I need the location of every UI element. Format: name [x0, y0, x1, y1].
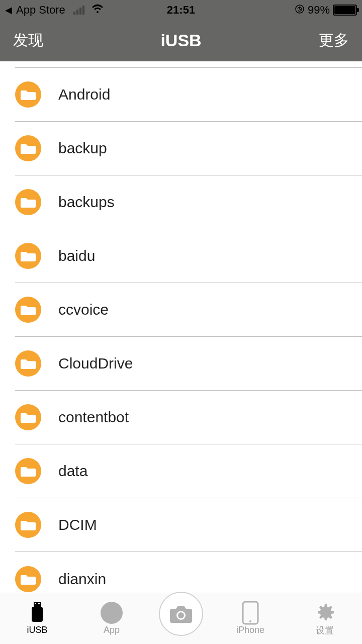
gear-icon	[314, 601, 336, 623]
svg-rect-3	[38, 603, 40, 604]
folder-row[interactable]: dianxin	[15, 552, 362, 593]
tab-app-label: App	[104, 625, 120, 635]
nav-title: iUSB	[160, 31, 201, 50]
folder-name: ccvoice	[58, 301, 109, 318]
svg-rect-4	[32, 607, 43, 622]
tab-iphone[interactable]: iPhone	[220, 602, 281, 635]
folder-row[interactable]: CloudDrive	[15, 337, 362, 391]
wifi-icon	[92, 3, 104, 17]
tab-settings-label: 设置	[316, 624, 334, 636]
folder-icon	[15, 297, 41, 323]
navigation-bar: 发现 iUSB 更多	[0, 20, 362, 61]
status-bar: ◀ App Store 21:51 99%	[0, 0, 362, 20]
folder-name: backup	[58, 140, 107, 157]
rotation-lock-icon	[295, 4, 305, 17]
folder-icon	[15, 404, 41, 430]
folder-name: backups	[58, 194, 115, 211]
folder-row[interactable]: DCIM	[15, 498, 362, 552]
tab-camera[interactable]	[156, 602, 206, 636]
folder-icon	[15, 81, 41, 108]
folder-icon	[15, 566, 41, 592]
folder-row[interactable]: data	[15, 444, 362, 498]
folder-row[interactable]: ccvoice	[15, 283, 362, 337]
svg-point-6	[178, 612, 184, 618]
tab-iusb-label: iUSB	[27, 625, 47, 635]
folder-icon	[15, 135, 41, 161]
battery-percent: 99%	[308, 4, 330, 17]
back-to-app-label[interactable]: App Store	[16, 4, 65, 17]
tab-settings[interactable]: 设置	[295, 601, 355, 636]
nav-right-button[interactable]: 更多	[319, 30, 349, 51]
folder-name: data	[58, 463, 87, 480]
folder-name: DCIM	[58, 516, 97, 533]
tab-bar: iUSB App iPhone 设置	[0, 593, 362, 644]
tab-iusb[interactable]: iUSB	[7, 602, 67, 635]
folder-list: AndroidbackupbackupsbaiduccvoiceCloudDri…	[0, 61, 362, 593]
svg-point-8	[249, 620, 251, 622]
camera-icon	[169, 604, 193, 624]
svg-rect-2	[35, 603, 36, 604]
folder-name: dianxin	[58, 571, 106, 588]
folder-name: Android	[58, 86, 110, 103]
tab-iphone-label: iPhone	[236, 625, 264, 635]
folder-name: contentbot	[58, 409, 129, 426]
back-triangle-icon[interactable]: ◀	[5, 5, 12, 16]
folder-row[interactable]: backups	[15, 175, 362, 229]
tab-app[interactable]: App	[81, 602, 142, 635]
camera-button[interactable]	[159, 592, 203, 636]
cellular-signal-icon	[73, 6, 84, 15]
folder-row[interactable]: contentbot	[15, 391, 362, 444]
folder-icon	[15, 243, 41, 269]
folder-row[interactable]: backup	[15, 122, 362, 175]
folder-icon	[15, 512, 41, 538]
folder-row[interactable]: baidu	[15, 229, 362, 283]
nav-left-button[interactable]: 发现	[13, 30, 43, 51]
folder-icon	[15, 350, 41, 377]
app-circle-icon	[101, 602, 123, 624]
folder-icon	[15, 189, 41, 215]
folder-name: CloudDrive	[58, 355, 133, 372]
folder-name: baidu	[58, 247, 95, 264]
folder-icon	[15, 458, 41, 484]
usb-drive-icon	[26, 602, 48, 624]
iphone-icon	[239, 602, 261, 624]
folder-row[interactable]: Android	[15, 68, 362, 122]
battery-icon	[333, 5, 357, 16]
